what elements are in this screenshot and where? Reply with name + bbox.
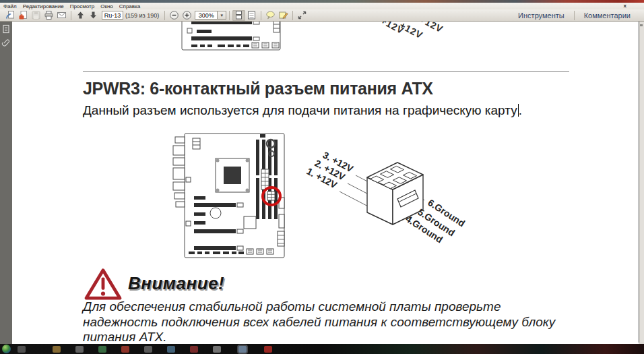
taskbar-icon[interactable] xyxy=(167,346,175,353)
zoom-out-button[interactable] xyxy=(168,10,181,21)
previous-figure-motherboard-fragment xyxy=(181,22,283,53)
taskbar-icon[interactable] xyxy=(144,346,152,353)
navigation-sidebar xyxy=(0,22,12,344)
fullscreen-button[interactable] xyxy=(296,10,309,21)
intro-paragraph: Данный разъем используется для подачи пи… xyxy=(83,103,522,118)
note-pencil-icon xyxy=(278,10,288,20)
create-pdf-icon xyxy=(18,10,28,20)
intro-period: . xyxy=(519,103,522,117)
open-file-icon xyxy=(5,10,15,20)
scrolling-pages-icon xyxy=(234,10,244,20)
attachments-paperclip-icon[interactable] xyxy=(1,38,11,47)
previous-page-button[interactable] xyxy=(74,10,87,21)
menu-view[interactable]: Просмотр xyxy=(70,3,95,9)
minus-circle-icon xyxy=(169,10,179,20)
taskbar-icon[interactable] xyxy=(18,346,26,353)
open-recent-button[interactable] xyxy=(4,10,17,21)
section-heading: JPWR3: 6-контактный разъем питания ATX xyxy=(83,79,433,98)
arrow-down-icon xyxy=(88,10,98,20)
comment-bubble-button[interactable] xyxy=(264,10,277,21)
zoom-dropdown-arrow-icon[interactable]: ▼ xyxy=(218,11,226,20)
plus-circle-icon xyxy=(182,10,192,20)
fit-page-button[interactable] xyxy=(245,10,258,21)
taskbar-icon[interactable] xyxy=(98,346,106,353)
print-button[interactable] xyxy=(42,10,55,21)
document-page[interactable]: +12V +12V +12V JPWR3: 6-контактный разъе… xyxy=(12,22,639,344)
menu-window[interactable]: Окно xyxy=(100,3,113,9)
start-button[interactable] xyxy=(2,345,11,353)
taskbar-icon[interactable] xyxy=(75,346,84,353)
fit-page-icon xyxy=(247,10,257,20)
save-icon xyxy=(31,10,41,20)
menu-edit[interactable]: Редактирование xyxy=(23,3,64,9)
speech-bubble-icon xyxy=(265,10,276,20)
email-button[interactable] xyxy=(55,10,68,21)
vertical-scrollbar[interactable] xyxy=(639,22,644,344)
adobe-reader-window: Файл Редактирование Просмотр Окно Справк… xyxy=(0,0,644,354)
comments-panel-button[interactable]: Комментарии xyxy=(575,9,640,21)
page-number-input[interactable] xyxy=(102,11,123,20)
zoom-level-value[interactable]: 300% xyxy=(195,11,218,20)
zoom-in-button[interactable] xyxy=(181,10,193,21)
warning-text: Для обеспечения стабильной работы систем… xyxy=(83,299,568,344)
email-icon xyxy=(57,10,67,20)
arrow-up-icon xyxy=(75,10,86,20)
section-divider xyxy=(83,71,569,72)
windows-taskbar xyxy=(0,344,644,354)
warning-title: Внимание! xyxy=(128,273,224,294)
page-thumbnails-icon[interactable] xyxy=(1,24,11,34)
save-button[interactable] xyxy=(30,10,42,21)
fullscreen-arrows-icon xyxy=(297,10,307,20)
taskbar-icon[interactable] xyxy=(190,346,198,353)
warning-triangle-icon xyxy=(84,268,123,301)
taskbar-icon[interactable] xyxy=(213,346,221,353)
annotate-note-button[interactable] xyxy=(277,10,290,21)
jpwr3-connector-diagram: 3. +12V 2. +12V 1. +12V 6.Ground 5.Groun… xyxy=(303,145,478,260)
create-pdf-button[interactable] xyxy=(17,10,30,21)
scrolling-mode-button[interactable] xyxy=(232,10,245,21)
taskbar-icon[interactable] xyxy=(121,346,129,353)
taskbar-icon[interactable] xyxy=(264,346,272,353)
intro-text: Данный разъем используется для подачи пи… xyxy=(83,103,517,117)
scrollbar-arrow-icon[interactable] xyxy=(640,24,643,26)
document-close-icon[interactable]: x xyxy=(624,3,626,9)
motherboard-diagram xyxy=(170,130,288,262)
menu-file[interactable]: Файл xyxy=(3,3,17,9)
menu-help[interactable]: Справка xyxy=(119,3,140,9)
next-page-button[interactable] xyxy=(87,10,100,21)
page-count-label: (159 из 190) xyxy=(125,12,159,19)
menu-bar: Файл Редактирование Просмотр Окно Справк… xyxy=(0,3,644,9)
print-icon xyxy=(44,10,54,20)
taskbar-icon[interactable] xyxy=(53,346,61,353)
tools-panel-button[interactable]: Инструменты xyxy=(509,9,574,21)
toolbar: (159 из 190) 300% ▼ xyxy=(0,9,644,22)
taskbar-icon-active-window[interactable] xyxy=(238,346,247,353)
